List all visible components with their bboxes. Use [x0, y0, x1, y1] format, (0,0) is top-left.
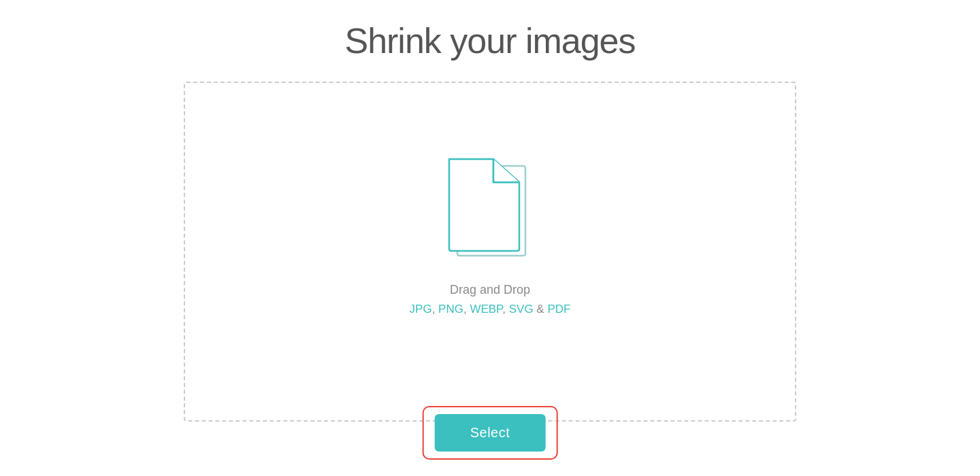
formats-text: JPG, PNG, WEBP, SVG & PDF — [410, 303, 571, 316]
drop-zone[interactable]: Drag and Drop JPG, PNG, WEBP, SVG & PDF … — [184, 82, 796, 422]
drag-drop-label: Drag and Drop — [450, 283, 530, 297]
format-png: PNG — [438, 303, 463, 316]
page-title: Shrink your images — [344, 20, 635, 61]
format-svg: SVG — [509, 303, 534, 316]
select-button[interactable]: Select — [435, 414, 546, 452]
select-button-highlight: Select — [423, 406, 558, 460]
format-pdf: PDF — [547, 303, 570, 316]
file-icon — [442, 147, 538, 269]
format-jpg: JPG — [410, 303, 432, 316]
format-webp: WEBP — [470, 303, 502, 316]
select-button-area: Select — [423, 406, 558, 460]
